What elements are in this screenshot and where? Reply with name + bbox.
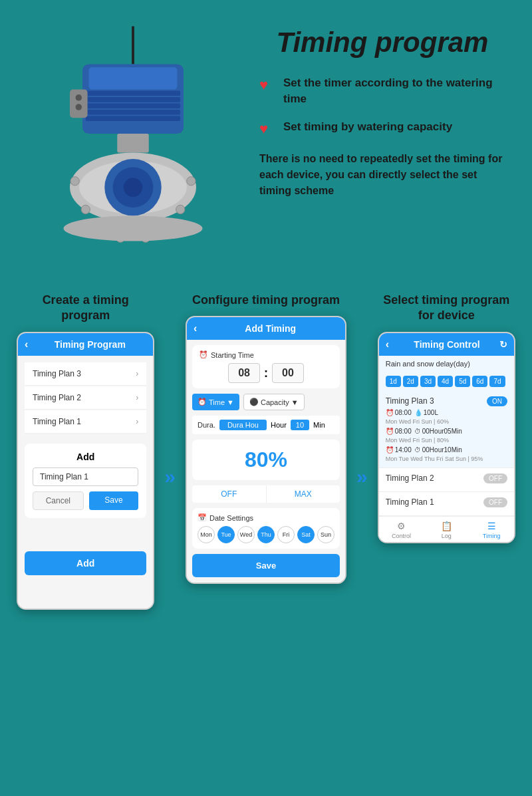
heart-icon-2: ♥	[259, 120, 275, 138]
timing-plan-1-section: Timing Plan 1 OFF	[379, 492, 514, 516]
svg-point-25	[64, 216, 203, 241]
time-select[interactable]: ⏰ Time ▼	[192, 394, 239, 410]
phone-body-1: Timing Plan 3 › Timing Plan 2 › Timing P…	[18, 356, 153, 608]
delay-2d[interactable]: 2d	[403, 376, 418, 387]
arrow-2: »	[356, 293, 368, 488]
timing-plan-3-name: Timing Plan 3	[386, 396, 434, 406]
entry1-capacity: 💧 100L	[414, 409, 438, 416]
back-arrow-2[interactable]: ‹	[194, 323, 197, 334]
timing-entry-1: ⏰ 08:00 💧 100L	[386, 409, 507, 416]
toggle-plan-1[interactable]: OFF	[483, 497, 507, 507]
date-settings-label: 📅 Date Settings	[198, 513, 334, 522]
column-title-1: Create a timing program	[17, 293, 154, 324]
delay-3d[interactable]: 3d	[420, 376, 436, 387]
entry1-sub: Mon Wed Fri Sun | 60%	[386, 418, 507, 425]
hour-box[interactable]: 08	[228, 363, 260, 383]
off-button[interactable]: OFF	[192, 485, 267, 503]
svg-point-10	[76, 104, 82, 110]
cap-icon-3: ⏱	[414, 446, 421, 454]
day-sun[interactable]: Sun	[317, 526, 334, 543]
svg-point-19	[81, 205, 90, 213]
dura-hour[interactable]: Dura Hou	[219, 420, 267, 430]
plan-item-1[interactable]: Timing Plan 1 ›	[25, 410, 146, 434]
timing-control-body: Rain and snow delay(day) 1d 2d 3d 4d 5d …	[379, 356, 514, 542]
chevron-3: ›	[136, 369, 138, 378]
chevron-1: ›	[136, 417, 138, 426]
phone-title-3: Timing Control	[394, 339, 499, 350]
dura-row: Dura. Dura Hou Hour 10 Min	[192, 416, 340, 434]
minute-box[interactable]: 00	[272, 363, 304, 383]
add-timing-body: ⏰ Starting Time 08 : 00 ⏰ Time ▼	[187, 340, 345, 583]
feature-item-2: ♥ Set timing by watering capacity	[259, 119, 505, 138]
day-wed[interactable]: Wed	[237, 526, 255, 543]
delay-1d[interactable]: 1d	[386, 376, 401, 387]
back-arrow-3[interactable]: ‹	[386, 338, 389, 350]
delay-4d[interactable]: 4d	[438, 376, 453, 387]
forward-arrow-2: »	[356, 465, 368, 488]
plan-name-2: Timing Plan 2	[33, 393, 81, 402]
starting-time-label: ⏰ Starting Time	[199, 350, 333, 359]
day-tue[interactable]: Tue	[217, 526, 235, 543]
rain-delay-bar: Rain and snow delay(day)	[379, 356, 514, 372]
starting-time-section: ⏰ Starting Time 08 : 00	[192, 345, 340, 388]
save-button[interactable]: Save	[89, 491, 139, 510]
delay-5d[interactable]: 5d	[455, 376, 470, 387]
heart-icon-1: ♥	[259, 76, 275, 94]
feature-item-1: ♥ Set the timer according to the waterin…	[259, 75, 505, 107]
timing-icon: ☰	[487, 521, 496, 531]
svg-rect-7	[86, 116, 181, 121]
clock-icon-2: ⏰	[386, 428, 394, 435]
bottom-section: Create a timing program ‹ Timing Program…	[0, 286, 532, 630]
refresh-icon[interactable]: ↻	[499, 339, 507, 350]
timing-plan-3-section: Timing Plan 3 ON ⏰ 08:00 💧 100L	[379, 391, 514, 468]
feature-text-1: Set the timer according to the watering …	[283, 75, 505, 107]
phone-header-2: ‹ Add Timing	[187, 317, 345, 340]
footer-log[interactable]: 📋 Log	[424, 521, 469, 539]
dialog-buttons: Cancel Save	[33, 491, 138, 510]
timing-plan-2-section: Timing Plan 2 OFF	[379, 468, 514, 492]
timing-entry-2: ⏰ 08:00 ⏱ 00Hour05Min	[386, 428, 507, 435]
timing-plan-1-header: Timing Plan 1 OFF	[386, 497, 507, 507]
cancel-button[interactable]: Cancel	[33, 491, 84, 510]
timing-entry-3: ⏰ 14:00 ⏱ 00Hour10Min	[386, 446, 507, 454]
delay-7d[interactable]: 7d	[489, 376, 505, 387]
add-dialog: Add Timing Plan 1 Cancel Save	[25, 444, 146, 518]
footer-timing[interactable]: ☰ Timing	[469, 521, 514, 539]
day-sat[interactable]: Sat	[297, 526, 315, 543]
entry2-sub: Mon Wed Fri Sun | 80%	[386, 437, 507, 444]
percent-value: 80%	[200, 448, 332, 472]
min-num[interactable]: 10	[291, 420, 309, 430]
entry3-sub: Mon Tue Wed Thu Fri Sat Sun | 95%	[386, 456, 507, 462]
description-text: There is no need to repeatedly set the t…	[259, 151, 505, 199]
min-label: Min	[313, 421, 325, 429]
toggle-plan-2[interactable]: OFF	[483, 473, 507, 483]
svg-rect-3	[86, 90, 181, 96]
svg-rect-11	[117, 134, 149, 153]
plan-item-3[interactable]: Timing Plan 3 ›	[25, 362, 146, 386]
capacity-select[interactable]: ⚫ Capacity ▼	[243, 394, 305, 410]
day-mon[interactable]: Mon	[198, 526, 215, 543]
phone-create: ‹ Timing Program Timing Plan 3 › Timing …	[17, 332, 154, 610]
day-thu[interactable]: Thu	[257, 526, 275, 543]
day-fri[interactable]: Fri	[277, 526, 295, 543]
control-icon: ⚙	[397, 521, 406, 531]
product-image	[27, 20, 239, 273]
svg-point-16	[124, 178, 143, 198]
time-display: 08 : 00	[199, 363, 333, 383]
add-bottom-button[interactable]: Add	[25, 551, 146, 575]
log-icon: 📋	[441, 521, 452, 531]
row-selects: ⏰ Time ▼ ⚫ Capacity ▼	[192, 394, 340, 410]
plan-item-2[interactable]: Timing Plan 2 ›	[25, 386, 146, 410]
max-button[interactable]: MAX	[267, 485, 340, 503]
configure-save-button[interactable]: Save	[192, 554, 340, 577]
add-dialog-input[interactable]: Timing Plan 1	[33, 467, 138, 486]
footer-control[interactable]: ⚙ Control	[379, 521, 424, 539]
back-arrow-1[interactable]: ‹	[25, 338, 28, 350]
svg-point-17	[70, 177, 79, 186]
toggle-plan-3[interactable]: ON	[487, 396, 507, 406]
entry3-capacity: ⏱ 00Hour10Min	[414, 446, 462, 454]
column-create: Create a timing program ‹ Timing Program…	[17, 293, 154, 610]
svg-rect-6	[86, 110, 181, 115]
delay-6d[interactable]: 6d	[472, 376, 487, 387]
timing-plan-2-name: Timing Plan 2	[386, 473, 434, 483]
